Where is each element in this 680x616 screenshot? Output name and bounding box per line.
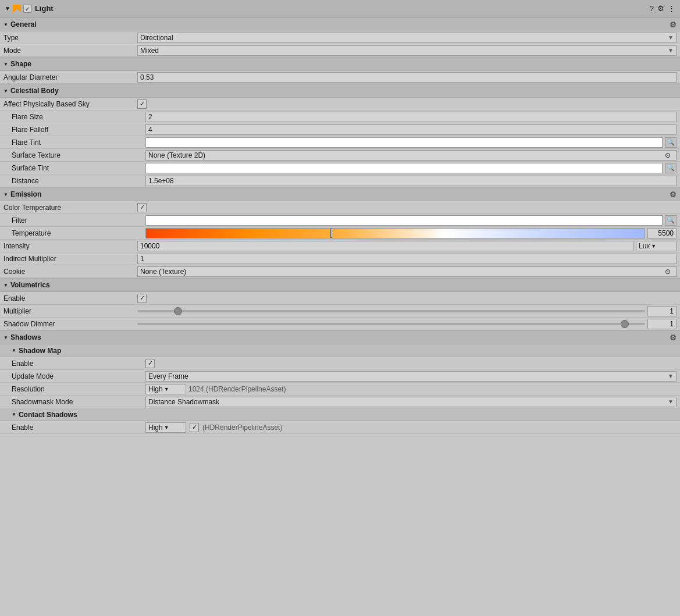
flare-falloff-input[interactable] bbox=[145, 124, 677, 135]
contact-asset-text: (HDRenderPipelineAsset) bbox=[202, 423, 282, 432]
contact-shadows-collapse-icon[interactable]: ▼ bbox=[12, 412, 16, 417]
surface-tint-eyedropper[interactable]: 🔍 bbox=[665, 163, 677, 173]
cookie-field[interactable]: None (Texture) ⊙ bbox=[137, 266, 677, 277]
update-mode-value: Every Frame ▼ bbox=[145, 371, 677, 382]
collapse-arrow-icon[interactable]: ▼ bbox=[5, 5, 10, 12]
general-section-header: ▼ General ⚙ bbox=[0, 17, 680, 31]
shadow-map-label: Shadow Map bbox=[19, 347, 61, 355]
mode-dropdown[interactable]: Mixed ▼ bbox=[137, 45, 677, 56]
shadow-dimmer-thumb[interactable] bbox=[621, 320, 629, 328]
cookie-label: Cookie bbox=[3, 268, 137, 276]
resolution-label: Resolution bbox=[12, 385, 145, 393]
shadow-map-collapse-icon[interactable]: ▼ bbox=[12, 348, 16, 353]
title-bar-right: ? ⚙ ⋮ bbox=[650, 4, 675, 13]
checkbox-icon[interactable]: ✓ bbox=[23, 5, 31, 13]
shadow-map-header: ▼ Shadow Map bbox=[0, 344, 680, 357]
general-collapse-icon[interactable]: ▼ bbox=[3, 22, 8, 27]
shadowmask-dropdown[interactable]: Distance Shadowmask ▼ bbox=[145, 397, 677, 407]
filter-eyedropper[interactable]: 🔍 bbox=[665, 215, 677, 226]
temperature-slider[interactable] bbox=[145, 228, 645, 238]
filter-swatch[interactable] bbox=[145, 215, 663, 226]
shadow-dimmer-slider-container bbox=[137, 319, 645, 329]
contact-shadows-label: Contact Shadows bbox=[19, 411, 77, 419]
update-mode-label: Update Mode bbox=[12, 372, 145, 380]
unit-dropdown-arrow: ▼ bbox=[651, 243, 656, 249]
shadow-dimmer-value bbox=[137, 319, 677, 329]
indirect-multiplier-input[interactable] bbox=[137, 254, 677, 264]
surface-tint-label: Surface Tint bbox=[12, 164, 145, 172]
multiplier-slider-container bbox=[137, 306, 645, 316]
emission-collapse-icon[interactable]: ▼ bbox=[3, 192, 8, 197]
multiplier-thumb[interactable] bbox=[174, 307, 182, 315]
celestial-collapse-icon[interactable]: ▼ bbox=[3, 88, 8, 94]
contact-quality-dropdown[interactable]: High ▼ bbox=[145, 422, 186, 433]
affect-sky-label: Affect Physically Based Sky bbox=[3, 100, 137, 108]
multiplier-label: Multiplier bbox=[3, 307, 137, 315]
resolution-quality-dropdown[interactable]: High ▼ bbox=[145, 384, 186, 394]
general-gear-icon[interactable]: ⚙ bbox=[670, 20, 677, 29]
color-temp-value: ✓ bbox=[137, 203, 677, 212]
intensity-input[interactable] bbox=[137, 241, 633, 251]
resolution-container: High ▼ 1024 (HDRenderPipelineAsset) bbox=[145, 384, 677, 394]
contact-enable-row: Enable High ▼ ✓ (HDRenderPipelineAsset) bbox=[0, 421, 680, 434]
filter-label: Filter bbox=[12, 216, 145, 225]
flare-size-label: Flare Size bbox=[12, 113, 145, 121]
surface-tint-row: Surface Tint 🔍 bbox=[0, 162, 680, 175]
volumetrics-enable-checkbox[interactable]: ✓ bbox=[137, 294, 147, 303]
flare-size-row: Flare Size bbox=[0, 111, 680, 123]
shape-collapse-icon[interactable]: ▼ bbox=[3, 62, 8, 67]
surface-texture-target-icon[interactable]: ⊙ bbox=[662, 150, 674, 161]
update-mode-dropdown[interactable]: Every Frame ▼ bbox=[145, 371, 677, 382]
contact-shadows-header: ▼ Contact Shadows bbox=[0, 408, 680, 421]
flare-size-value bbox=[145, 112, 677, 122]
shape-section-label: Shape bbox=[10, 60, 31, 68]
angular-diameter-input[interactable] bbox=[137, 72, 677, 83]
multiplier-input[interactable] bbox=[647, 306, 677, 316]
flare-tint-row: Flare Tint 🔍 bbox=[0, 136, 680, 149]
multiplier-value bbox=[137, 306, 677, 316]
settings-icon[interactable]: ⚙ bbox=[657, 4, 664, 13]
celestial-section-label: Celestial Body bbox=[10, 87, 59, 95]
more-menu-icon[interactable]: ⋮ bbox=[668, 4, 675, 13]
flare-tint-eyedropper[interactable]: 🔍 bbox=[665, 137, 677, 148]
volumetrics-collapse-icon[interactable]: ▼ bbox=[3, 283, 8, 288]
shadowmask-value: Distance Shadowmask ▼ bbox=[145, 397, 677, 407]
title-bar: ▼ ✓ Light ? ⚙ ⋮ bbox=[0, 0, 680, 17]
color-temp-checkbox[interactable]: ✓ bbox=[137, 203, 147, 212]
distance-label: Distance bbox=[12, 177, 145, 185]
surface-texture-field[interactable]: None (Texture 2D) ⊙ bbox=[145, 150, 677, 161]
resolution-arrow: ▼ bbox=[164, 386, 169, 392]
celestial-section-header: ▼ Celestial Body bbox=[0, 84, 680, 98]
distance-input[interactable] bbox=[145, 176, 677, 186]
affect-sky-checkbox[interactable]: ✓ bbox=[137, 99, 147, 109]
emission-section-header: ▼ Emission ⚙ bbox=[0, 187, 680, 201]
flare-size-input[interactable] bbox=[145, 112, 677, 122]
resolution-value: High ▼ 1024 (HDRenderPipelineAsset) bbox=[145, 384, 677, 394]
color-temp-row: Color Temperature ✓ bbox=[0, 201, 680, 214]
help-icon[interactable]: ? bbox=[650, 4, 654, 13]
multiplier-track[interactable] bbox=[137, 310, 645, 312]
shadow-dimmer-input[interactable] bbox=[647, 319, 677, 329]
volumetrics-enable-label: Enable bbox=[3, 294, 137, 302]
contact-enable-container: High ▼ ✓ (HDRenderPipelineAsset) bbox=[145, 422, 677, 433]
temperature-value bbox=[145, 228, 677, 238]
shadow-dimmer-track[interactable] bbox=[137, 323, 645, 325]
intensity-value: Lux ▼ bbox=[137, 241, 677, 251]
emission-gear-icon[interactable]: ⚙ bbox=[670, 190, 677, 199]
emission-section-label: Emission bbox=[10, 190, 41, 198]
flare-tint-swatch[interactable] bbox=[145, 137, 663, 148]
surface-texture-row: Surface Texture None (Texture 2D) ⊙ bbox=[0, 149, 680, 162]
indirect-multiplier-row: Indirect Multiplier bbox=[0, 252, 680, 265]
contact-enable-checkbox[interactable]: ✓ bbox=[190, 423, 199, 432]
temperature-input[interactable] bbox=[647, 228, 677, 238]
shadow-map-enable-row: Enable ✓ bbox=[0, 357, 680, 370]
type-dropdown[interactable]: Directional ▼ bbox=[137, 33, 677, 43]
filter-value: 🔍 bbox=[145, 215, 677, 226]
shadows-collapse-icon[interactable]: ▼ bbox=[3, 335, 8, 340]
mode-label: Mode bbox=[3, 47, 137, 55]
intensity-unit-dropdown[interactable]: Lux ▼ bbox=[636, 241, 677, 251]
surface-tint-swatch[interactable] bbox=[145, 163, 663, 173]
cookie-target-icon[interactable]: ⊙ bbox=[662, 266, 674, 277]
shadows-gear-icon[interactable]: ⚙ bbox=[670, 333, 677, 342]
shadow-map-enable-checkbox[interactable]: ✓ bbox=[145, 359, 155, 368]
